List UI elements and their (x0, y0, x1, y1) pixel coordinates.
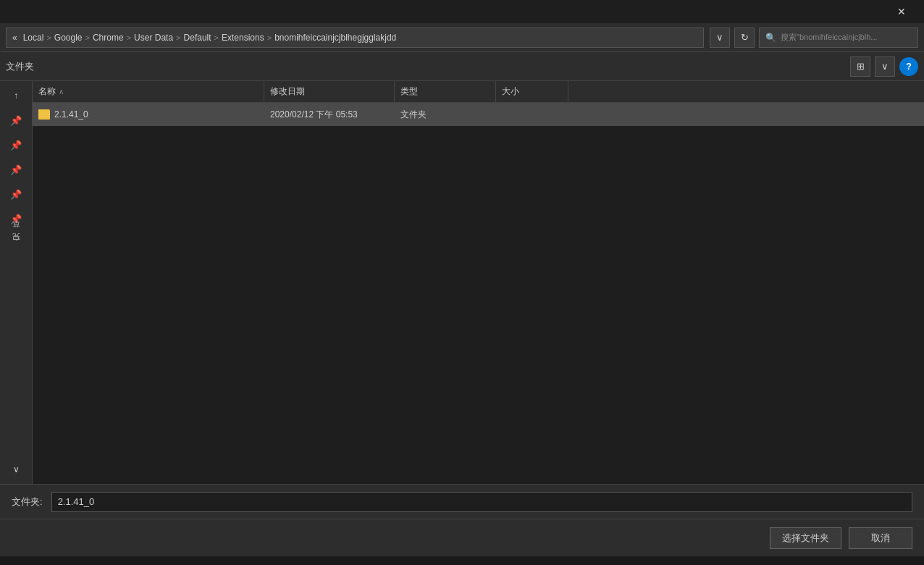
main-area: ↑ 📌 📌 📌 📌 📌 D草 完 ∨ 名称 ∧ (0, 81, 924, 484)
up-arrow-icon: ↑ (14, 91, 18, 101)
col-type-label: 类型 (400, 85, 418, 98)
sidebar-label-2[interactable]: 完 (11, 245, 22, 251)
close-button[interactable]: ✕ (885, 0, 918, 23)
breadcrumb-extensions[interactable]: Extensions (222, 33, 264, 43)
search-box[interactable]: 🔍 搜索"bnomihfeiccainjcjblh... (759, 28, 918, 48)
view-dropdown-button[interactable]: ∨ (875, 56, 895, 77)
file-date-text: 2020/02/12 下午 05:53 (270, 109, 358, 121)
folder-input-row: 文件夹: (0, 484, 924, 519)
breadcrumb-area: « Local > Google > Chrome > User Data > … (6, 28, 704, 48)
pin-3-icon: 📌 (10, 164, 22, 175)
file-date-cell: 2020/02/12 下午 05:53 (264, 109, 395, 121)
sidebar-label-1[interactable]: D草 (11, 232, 22, 243)
view-button[interactable]: ⊞ (850, 56, 870, 77)
breadcrumb-dropdown-button[interactable]: ∨ (710, 28, 730, 48)
sep3: > (127, 33, 131, 42)
toolbar-row: 文件夹 ⊞ ∨ ? (0, 52, 924, 81)
sidebar-pin-3[interactable]: 📌 (3, 158, 29, 181)
col-name-label: 名称 (38, 85, 56, 98)
chevron-down-icon: ∨ (13, 464, 20, 474)
pin-1-icon: 📌 (10, 115, 22, 126)
file-name-cell: 2.1.41_0 (33, 109, 264, 120)
file-type-cell: 文件夹 (395, 109, 496, 121)
col-header-type[interactable]: 类型 (395, 81, 496, 102)
column-headers: 名称 ∧ 修改日期 类型 大小 (33, 81, 924, 103)
file-type-text: 文件夹 (400, 109, 427, 121)
breadcrumb-chrome[interactable]: Chrome (93, 33, 124, 43)
sidebar-up-button[interactable]: ↑ (3, 84, 29, 107)
view-icon: ⊞ (857, 61, 865, 72)
col-header-name[interactable]: 名称 ∧ (33, 81, 264, 102)
sidebar-pin-2[interactable]: 📌 (3, 133, 29, 156)
file-area: 名称 ∧ 修改日期 类型 大小 2.1.41_0 2020/02/12 下午 (33, 81, 924, 484)
table-row[interactable]: 2.1.41_0 2020/02/12 下午 05:53 文件夹 (33, 103, 924, 126)
folder-icon (38, 109, 50, 120)
pin-5-icon: 📌 (10, 214, 22, 225)
cancel-button[interactable]: 取消 (849, 527, 912, 549)
sep6: > (267, 33, 272, 42)
search-icon: 🔍 (765, 33, 776, 43)
breadcrumb-google[interactable]: Google (54, 33, 83, 43)
col-header-size[interactable]: 大小 (496, 81, 568, 102)
folder-input-label: 文件夹: (12, 495, 43, 508)
breadcrumb-default[interactable]: Default (184, 33, 211, 43)
col-name-sort-icon: ∧ (59, 88, 64, 96)
breadcrumb-back[interactable]: « (12, 33, 17, 43)
address-bar-row: « Local > Google > Chrome > User Data > … (0, 23, 924, 52)
folder-input-field[interactable] (51, 492, 912, 512)
sidebar-pin-1[interactable]: 📌 (3, 109, 29, 132)
toolbar-left: 文件夹 (6, 60, 34, 73)
col-size-label: 大小 (502, 85, 519, 98)
toolbar-right: ⊞ ∨ ? (850, 56, 918, 77)
sep1: > (46, 33, 51, 42)
select-folder-button[interactable]: 选择文件夹 (770, 527, 841, 549)
toolbar-title: 文件夹 (6, 60, 34, 73)
view-dropdown-icon: ∨ (881, 61, 889, 72)
sep5: > (214, 33, 219, 42)
help-button[interactable]: ? (899, 57, 918, 76)
breadcrumb-local[interactable]: Local (23, 33, 44, 43)
sidebar-expand-button[interactable]: ∨ (3, 458, 29, 481)
title-bar: ✕ (0, 0, 924, 23)
pin-4-icon: 📌 (10, 189, 22, 200)
refresh-button[interactable]: ↻ (734, 28, 755, 48)
breadcrumb-folder[interactable]: bnomihfeiccainjcjblhegjgglakjdd (274, 33, 396, 43)
file-list: 2.1.41_0 2020/02/12 下午 05:53 文件夹 (33, 103, 924, 484)
sidebar-pin-5[interactable]: 📌 (3, 207, 29, 230)
col-header-date[interactable]: 修改日期 (264, 81, 395, 102)
col-date-label: 修改日期 (270, 85, 305, 98)
sidebar: ↑ 📌 📌 📌 📌 📌 D草 完 ∨ (0, 81, 33, 484)
file-name-text: 2.1.41_0 (54, 109, 88, 120)
sep4: > (176, 33, 180, 42)
breadcrumb-userdata[interactable]: User Data (134, 33, 173, 43)
pin-2-icon: 📌 (10, 140, 22, 151)
search-placeholder: 搜索"bnomihfeiccainjcjblh... (781, 32, 878, 43)
sep2: > (85, 33, 90, 42)
sidebar-pin-4[interactable]: 📌 (3, 183, 29, 206)
bottom-buttons-row: 选择文件夹 取消 (0, 519, 924, 556)
